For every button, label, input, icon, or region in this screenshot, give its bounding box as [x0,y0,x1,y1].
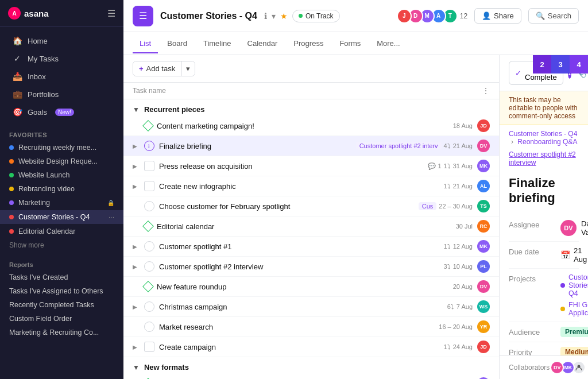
dot-green [9,173,14,177]
task-name-1: Content marketing campaign! [157,122,453,130]
task-subtask-count-2: 4⤵ [444,142,451,149]
sidebar-item-editorial-calendar[interactable]: Editorial Calendar [0,225,123,238]
expand-icon-4[interactable]: ▶ [133,183,144,190]
audience-value[interactable]: Premium [560,327,588,337]
expand-icon-10[interactable]: ▶ [133,304,144,310]
task-row[interactable]: ▶ Christmas campaign 6⤵ 7 Aug WS [123,297,499,317]
task-row[interactable]: ▶ Customer spotlight #1 1⤵ 12 Aug MK [123,237,499,257]
goals-badge: New! [55,109,74,116]
reports-custom-field[interactable]: Custom Field Order [0,312,123,326]
add-task-btn[interactable]: + Add task ▾ [133,61,195,76]
expand-icon-8[interactable]: ▶ [133,264,144,270]
project-tag-2[interactable]: FHI Grant Application (no section) ▾ [560,301,588,317]
star-icon[interactable]: ★ [280,11,288,21]
task-row[interactable]: ▶ Press release on acquisition 💬 1 1⤵ 31… [123,156,499,176]
tab-timeline[interactable]: Timeline [196,34,238,53]
reports-tasks-created[interactable]: Tasks I've Created [0,270,123,284]
task-check-12[interactable] [144,342,154,352]
detail-breadcrumb[interactable]: Customer Stories - Q4 › Reonboarding Q&A [500,125,588,150]
corner-tab-4[interactable]: 4 [570,55,588,74]
sidebar-item-rebranding[interactable]: Rebranding video [0,182,123,196]
tab-progress[interactable]: Progress [287,34,330,53]
task-row[interactable]: New feature roundup 20 Aug DV [123,277,499,297]
sidebar-item-portfolios[interactable]: 💼 Portfolios [3,86,120,103]
breadcrumb-project[interactable]: Customer Stories - Q4 [509,130,577,138]
asana-logo: A asana [8,7,49,20]
sidebar-item-goals[interactable]: 🎯 Goals New! [3,103,120,121]
share-label: Share [494,11,514,20]
share-button[interactable]: 👤 Share [474,8,521,24]
task-name-6: Editorial calendar [157,222,456,231]
search-button[interactable]: 🔍 Search [528,8,579,24]
task-row[interactable]: ▶ PDF Proofing 6 Aug MK [123,374,499,379]
task-avatar-9: DV [477,280,490,293]
expand-icon-12[interactable]: ▶ [133,344,144,350]
tab-list[interactable]: List [133,34,158,53]
task-check-9[interactable] [142,281,154,292]
reports-label: Reports [0,259,123,270]
priority-value[interactable]: Medium [560,347,588,355]
add-task-dropdown[interactable]: ▾ [181,61,195,76]
task-row[interactable]: Market research 16 – 20 Aug YR [123,317,499,337]
tab-forms[interactable]: Forms [332,34,368,53]
reports-tasks-assigned[interactable]: Tasks I've Assigned to Others [0,284,123,298]
reports-recently-completed[interactable]: Recently Completed Tasks [0,298,123,312]
sidebar-item-my-tasks[interactable]: ✓ My Tasks [3,50,120,67]
task-check-10[interactable] [144,301,154,312]
status-badge[interactable]: On Track [292,10,340,22]
section-recurrent-pieces[interactable]: ▼ Recurrent pieces [123,99,499,116]
task-check-5[interactable] [144,201,154,211]
sidebar-item-website-design[interactable]: Website Design Reque... [0,154,123,168]
task-check-7[interactable] [144,241,154,252]
task-check-11[interactable] [144,322,154,332]
task-check-8[interactable] [144,261,154,272]
task-row[interactable]: ▶ Create campaign 1⤵ 24 Aug JD [123,337,499,357]
sidebar-item-home[interactable]: 🏠 Home [3,32,120,49]
tab-more[interactable]: More... [370,34,407,53]
task-row[interactable]: ▶ Create new infographic 1⤵ 21 Aug AL [123,176,499,196]
section-new-formats[interactable]: ▼ New formats [123,357,499,374]
tab-board[interactable]: Board [160,34,194,53]
task-check-6[interactable] [142,221,154,232]
sidebar-item-recruiting[interactable]: Recruiting weekly mee... [0,141,123,154]
avatar-1: J [397,9,412,24]
lock-icon: 🔒 [107,200,114,206]
reports-marketing[interactable]: Marketing & Recruiting Co... [0,326,123,339]
breadcrumb-task[interactable]: Reonboarding Q&A [517,138,577,146]
expand-icon-7[interactable]: ▶ [133,243,144,250]
task-row[interactable]: ▶ Finalize briefing Customer spotlight #… [123,136,499,156]
col-name-header: Task name [133,87,482,95]
sort-icon[interactable]: ⋮ [482,86,490,95]
project-icon-btn[interactable]: ☰ [133,6,153,26]
expand-icon-2[interactable]: ▶ [133,143,144,149]
sidebar-header: A asana ☰ [0,0,123,27]
corner-tab-3[interactable]: 3 [551,55,570,74]
task-date-3: 31 Aug [453,163,473,169]
parent-task-link[interactable]: Customer spotlight #2 interview [509,150,579,169]
task-row[interactable]: Editorial calendar 30 Jul RC [123,216,499,237]
tab-calendar[interactable]: Calendar [241,34,285,53]
task-check-3[interactable] [144,161,154,171]
task-row[interactable]: ▶ Customer spotlight #2 interview 3⤵ 10 … [123,257,499,277]
task-check-2[interactable] [144,141,154,151]
info-icon[interactable]: ℹ [264,11,267,21]
dot-purple [9,200,14,205]
show-more-btn[interactable]: Show more [0,238,123,252]
more-icon[interactable]: ··· [109,213,114,221]
sidebar-item-inbox[interactable]: 📥 Inbox [3,68,120,85]
sidebar-item-marketing[interactable]: Marketing 🔒 [0,196,123,210]
sidebar-item-customer-stories[interactable]: Customer Stories - Q4 ··· [0,210,123,224]
add-task-main[interactable]: + Add task [133,61,181,76]
project-tag-1[interactable]: Customer Stories - Q4 Recurrent pieces [560,273,588,297]
proj-dot-2 [560,307,565,311]
expand-icon-3[interactable]: ▶ [133,163,144,169]
due-date-value[interactable]: 📅 21 Aug [560,246,587,264]
corner-tab-2[interactable]: 2 [533,55,551,74]
task-row[interactable]: Choose customer for February spotlight C… [123,196,499,216]
sidebar-item-website-launch[interactable]: Website Launch [0,168,123,182]
task-check-1[interactable] [142,120,154,132]
hamburger-icon[interactable]: ☰ [107,8,115,19]
task-row[interactable]: Content marketing campaign! 18 Aug JD [123,116,499,136]
dropdown-icon[interactable]: ▾ [272,11,276,21]
task-check-4[interactable] [144,181,154,191]
